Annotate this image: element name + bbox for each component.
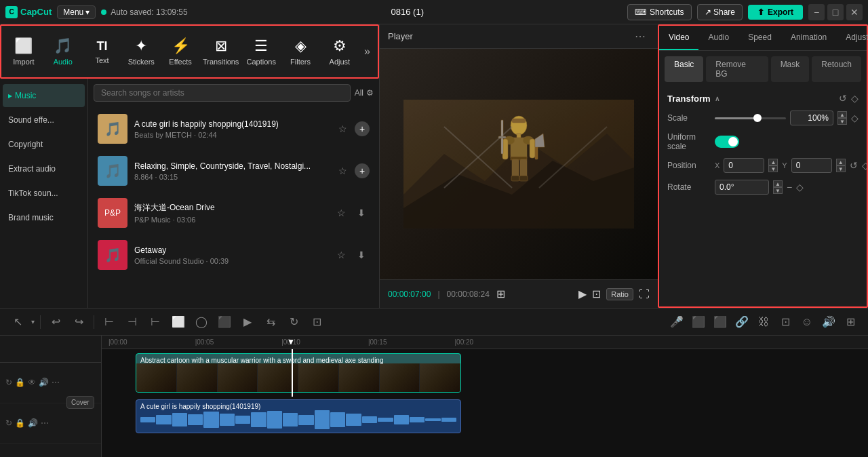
audio-volume-button[interactable]: 🔊 — [28, 418, 38, 428]
emoji-button[interactable]: ☺ — [797, 313, 816, 332]
sub-tab-mask[interactable]: Mask — [771, 56, 810, 82]
player-menu-button[interactable]: ⋯ — [631, 27, 650, 46]
minimize-button[interactable]: − — [808, 4, 825, 20]
sub-tab-retouch[interactable]: Retouch — [812, 56, 861, 82]
audio-track-button[interactable]: ⬛ — [689, 313, 708, 332]
sidebar-item-brand-music[interactable]: Brand music — [3, 206, 85, 229]
uniform-scale-toggle[interactable] — [715, 136, 739, 148]
position-y-down-button[interactable]: ▼ — [836, 165, 846, 172]
shield-button[interactable]: ◯ — [192, 313, 211, 332]
volume-button[interactable]: 🔊 — [819, 313, 838, 332]
sidebar-item-extract-audio[interactable]: Extract audio — [3, 157, 85, 180]
rotate-button[interactable]: ↻ — [284, 313, 303, 332]
select-tool-button[interactable]: ↖ — [8, 313, 27, 332]
sub-tab-basic[interactable]: Basic — [665, 56, 703, 82]
export-button[interactable]: ⬆ Export — [748, 5, 803, 20]
music-item[interactable]: 🎵 Getaway Official Sound Studio · 00:39 … — [92, 235, 375, 275]
favorite-button-4[interactable]: ☆ — [333, 247, 349, 263]
play-clip-button[interactable]: ▶ — [238, 313, 257, 332]
caption-button[interactable]: ⊡ — [776, 313, 795, 332]
search-input[interactable] — [94, 84, 351, 102]
toolbar-item-import[interactable]: ⬜ Import — [4, 28, 43, 75]
music-item[interactable]: P&P 海洋大道-Ocean Drive P&P Music · 03:06 ☆… — [92, 193, 375, 233]
scale-slider-track[interactable] — [715, 117, 786, 119]
favorite-button-2[interactable]: ☆ — [334, 163, 351, 179]
trim-right-button[interactable]: ⊢ — [146, 313, 165, 332]
scale-value[interactable]: 100% — [790, 111, 833, 125]
link-button[interactable]: 🔗 — [732, 313, 751, 332]
crop-button[interactable]: ⊡ — [307, 313, 326, 332]
playhead[interactable]: ▼ — [292, 349, 293, 397]
add-button-2[interactable]: + — [355, 163, 370, 178]
flip-button[interactable]: ⇆ — [261, 313, 280, 332]
delete-button[interactable]: ⬜ — [169, 313, 188, 332]
share-button[interactable]: ↗ Share — [697, 4, 743, 20]
trim-left-button[interactable]: ⊣ — [123, 313, 142, 332]
rotate-up-button[interactable]: ▲ — [773, 180, 783, 187]
timeline-tracks-right[interactable]: |00:00 |00:05 |00:10 |00:15 |00:20 Abstr… — [102, 336, 868, 457]
toolbar-item-effects[interactable]: ⚡ Effects — [161, 28, 200, 75]
tab-video[interactable]: Video — [659, 26, 698, 50]
scale-down-button[interactable]: ▼ — [837, 118, 847, 125]
position-x-down-button[interactable]: ▼ — [768, 165, 778, 172]
track-eye-button[interactable]: 👁 — [28, 378, 36, 387]
track-more-button[interactable]: ⋯ — [52, 378, 60, 387]
unlink-button[interactable]: ⛓ — [754, 313, 773, 332]
audio-clip[interactable]: A cute girl is happily shopping(1401919) — [136, 399, 461, 433]
position-reset-button[interactable]: ↺ — [850, 160, 858, 171]
grid-view-button[interactable]: ⊞ — [496, 287, 505, 300]
rotate-input[interactable]: 0.0° — [715, 180, 769, 195]
track-volume-button[interactable]: 🔊 — [39, 378, 49, 387]
menu-button[interactable]: Menu ▾ — [57, 5, 96, 19]
position-y-up-button[interactable]: ▲ — [836, 159, 846, 165]
toolbar-more-button[interactable]: » — [359, 28, 375, 75]
toolbar-item-text[interactable]: TI Text — [83, 28, 122, 75]
undo-button[interactable]: ↩ — [46, 313, 65, 332]
position-x-input[interactable]: 0 — [724, 158, 764, 173]
play-button[interactable]: ▶ — [578, 287, 587, 300]
position-x-up-button[interactable]: ▲ — [768, 159, 778, 165]
fit-button[interactable]: ⊞ — [841, 313, 860, 332]
rotate-keyframe-button[interactable]: ◇ — [796, 182, 804, 193]
sidebar-item-tiktok-sound[interactable]: TikTok soun... — [3, 182, 85, 205]
video-clip[interactable]: Abstract cartoon with a muscular warrior… — [136, 353, 461, 393]
tab-adjust[interactable]: Adjust — [836, 26, 868, 50]
scale-keyframe-button[interactable]: ◇ — [851, 113, 859, 123]
scale-slider-thumb[interactable] — [753, 114, 762, 122]
shortcuts-button[interactable]: ⌨ Shortcuts — [627, 4, 692, 20]
toolbar-item-filters[interactable]: ◈ Filters — [281, 28, 320, 75]
download-button-3[interactable]: ⬇ — [353, 205, 370, 221]
sidebar-item-copyright[interactable]: Copyright — [3, 133, 85, 156]
rotate-flip-button[interactable]: − — [787, 182, 792, 193]
rotate-down-button[interactable]: ▼ — [773, 187, 783, 194]
sidebar-item-sound-effects[interactable]: Sound effe... — [3, 108, 85, 132]
maximize-button[interactable]: □ — [827, 4, 844, 20]
sidebar-item-music[interactable]: Music — [3, 84, 85, 107]
audio-rotate-button[interactable]: ↻ — [5, 418, 12, 428]
sub-tab-remove-bg[interactable]: Remove BG — [706, 56, 768, 82]
audio-more-button[interactable]: ⋯ — [41, 418, 49, 428]
ratio-button[interactable]: Ratio — [606, 288, 633, 300]
toolbar-item-stickers[interactable]: ✦ Stickers — [121, 28, 161, 75]
tab-audio[interactable]: Audio — [698, 26, 738, 50]
toolbar-item-audio[interactable]: 🎵 Audio — [43, 28, 83, 75]
transform-reset-button[interactable]: ↺ — [839, 93, 847, 104]
tab-animation[interactable]: Animation — [781, 26, 836, 50]
toolbar-item-adjust[interactable]: ⚙ Adjust — [320, 28, 359, 75]
mic-button[interactable]: 🎤 — [667, 313, 686, 332]
close-button[interactable]: ✕ — [846, 4, 863, 20]
track-rotate-button[interactable]: ↻ — [5, 378, 12, 387]
crop-button[interactable]: ⊡ — [592, 287, 601, 300]
position-keyframe-button[interactable]: ◇ — [862, 160, 867, 171]
transform-keyframe-button[interactable]: ◇ — [851, 93, 859, 104]
scale-up-button[interactable]: ▲ — [837, 111, 847, 118]
music-item[interactable]: 🎵 Relaxing, Simple, Countryside, Travel,… — [92, 151, 375, 191]
tab-speed[interactable]: Speed — [738, 26, 781, 50]
download-button-4[interactable]: ⬇ — [353, 247, 370, 263]
add-button-1[interactable]: + — [355, 121, 370, 136]
fullscreen-button[interactable]: ⛶ — [639, 288, 650, 300]
track-lock-button[interactable]: 🔒 — [15, 378, 25, 387]
toolbar-item-captions[interactable]: ☰ Captions — [241, 28, 281, 75]
border-button[interactable]: ⬛ — [215, 313, 234, 332]
audio-lock-button[interactable]: 🔒 — [15, 418, 25, 428]
